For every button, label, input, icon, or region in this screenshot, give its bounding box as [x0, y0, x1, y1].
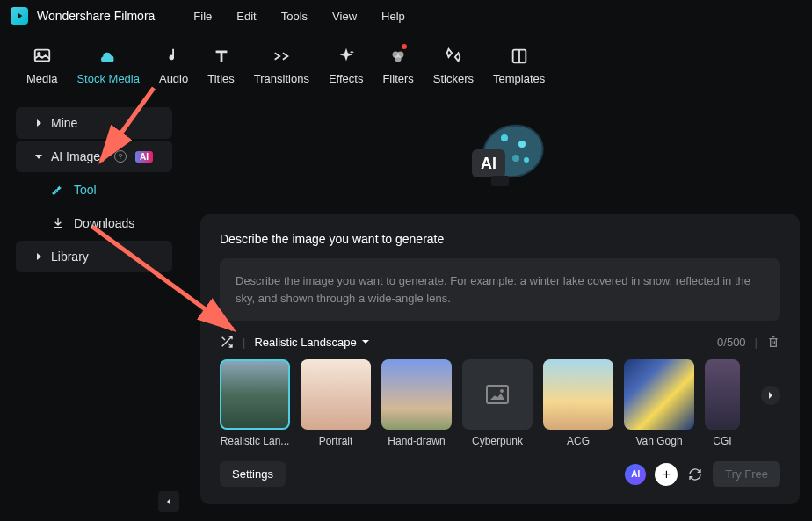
nav-label: Titles [207, 72, 235, 85]
wrench-icon [51, 183, 65, 197]
add-button[interactable]: + [655, 463, 678, 486]
settings-button[interactable]: Settings [220, 461, 286, 487]
style-dropdown[interactable]: Realistic Landscape [254, 336, 369, 349]
nav-label: Transitions [254, 72, 309, 85]
prompt-input[interactable]: Describe the image you want to generate.… [220, 258, 780, 321]
nav-titles[interactable]: Titles [207, 46, 235, 85]
caret-right-icon [35, 253, 42, 260]
panel-title: Describe the image you want to generate [220, 232, 780, 246]
media-icon [32, 46, 53, 67]
refresh-button[interactable] [686, 466, 704, 483]
style-dropdown-label: Realistic Landscape [254, 336, 356, 349]
nav-label: Media [26, 72, 57, 85]
nav-stickers[interactable]: Stickers [433, 46, 474, 85]
char-count: 0/500 [717, 336, 746, 349]
style-card-hand-drawn[interactable]: Hand-drawn [381, 359, 452, 447]
prompt-placeholder: Describe the image you want to generate.… [236, 272, 765, 307]
menu-file[interactable]: File [181, 10, 224, 23]
effects-icon [336, 46, 357, 67]
caret-down-icon [35, 153, 42, 160]
collapse-sidebar-button[interactable] [158, 491, 179, 512]
style-thumb [381, 359, 452, 430]
sidebar-item-mine[interactable]: Mine [16, 107, 172, 139]
style-cards: Realistic Lan... Portrait Hand-drawn Cyb… [220, 359, 780, 447]
nav-tabs: Media Stock Media Audio Titles Transitio… [0, 32, 812, 98]
templates-icon [509, 46, 530, 67]
svg-rect-16 [491, 176, 509, 186]
style-card-cgi[interactable]: CGI [705, 359, 740, 447]
style-card-acg[interactable]: ACG [543, 359, 613, 447]
style-thumb [462, 359, 533, 430]
nav-label: Stickers [433, 72, 474, 85]
style-card-label: Cyberpunk [472, 435, 523, 447]
svg-rect-0 [34, 49, 49, 61]
style-thumb [624, 359, 694, 430]
nav-label: Templates [493, 72, 545, 85]
svg-point-10 [518, 141, 526, 148]
notification-dot [402, 44, 407, 49]
style-card-label: ACG [567, 435, 590, 447]
style-card-realistic-landscape[interactable]: Realistic Lan... [220, 359, 290, 447]
nav-effects[interactable]: Effects [329, 46, 364, 85]
style-card-label: Portrait [319, 435, 353, 447]
stickers-icon [443, 46, 464, 67]
nav-filters[interactable]: Filters [382, 46, 413, 85]
style-card-label: Realistic Lan... [221, 435, 290, 447]
divider: | [755, 336, 758, 349]
try-free-button[interactable]: Try Free [713, 461, 780, 487]
sidebar-label: Downloads [74, 216, 153, 230]
style-thumb [220, 359, 290, 430]
svg-point-9 [501, 134, 508, 141]
sidebar-label: AI Image [51, 149, 105, 163]
svg-text:AI: AI [481, 155, 497, 172]
style-card-cyberpunk[interactable]: Cyberpunk [462, 359, 533, 447]
nav-transitions[interactable]: Transitions [254, 46, 309, 85]
nav-stock-media[interactable]: Stock Media [76, 46, 140, 85]
style-card-label: CGI [713, 435, 731, 447]
app-logo [11, 7, 28, 25]
nav-media[interactable]: Media [26, 46, 57, 85]
style-card-label: Van Gogh [635, 435, 682, 447]
menu-tools[interactable]: Tools [269, 10, 320, 23]
help-icon[interactable]: ? [114, 150, 127, 163]
panel-footer: Settings AI + Try Free [220, 461, 780, 487]
transitions-icon [271, 46, 292, 67]
svg-point-13 [524, 157, 529, 163]
cards-next-button[interactable] [761, 386, 780, 405]
cloud-icon [98, 46, 119, 67]
style-thumb [705, 359, 740, 430]
menu-help[interactable]: Help [369, 10, 417, 23]
ai-round-icon: AI [625, 464, 646, 485]
audio-icon [163, 46, 185, 67]
sidebar-item-tool[interactable]: Tool [16, 174, 172, 206]
titles-icon [211, 46, 232, 67]
download-icon [51, 216, 65, 230]
titlebar: Wondershare Filmora File Edit Tools View… [0, 0, 812, 32]
content: AI Describe the image you want to genera… [188, 98, 812, 521]
menu-edit[interactable]: Edit [224, 10, 268, 23]
divider: | [243, 336, 245, 349]
nav-templates[interactable]: Templates [493, 46, 545, 85]
nav-audio[interactable]: Audio [159, 46, 188, 85]
sidebar-label: Library [51, 250, 153, 264]
svg-point-4 [395, 55, 401, 62]
chevron-down-icon [361, 337, 370, 346]
sidebar-item-library[interactable]: Library [16, 241, 172, 272]
nav-label: Stock Media [76, 72, 140, 85]
shuffle-icon[interactable] [220, 335, 234, 349]
delete-icon[interactable] [766, 335, 780, 349]
style-card-label: Hand-drawn [388, 435, 445, 447]
nav-label: Effects [329, 72, 364, 85]
style-thumb [301, 359, 371, 430]
sidebar-item-ai-image[interactable]: AI Image ? AI [16, 141, 172, 172]
style-card-portrait[interactable]: Portrait [301, 359, 371, 447]
sidebar-label: Mine [51, 116, 153, 130]
sidebar-item-downloads[interactable]: Downloads [16, 207, 172, 239]
ai-badge: AI [135, 151, 153, 163]
style-card-van-gogh[interactable]: Van Gogh [624, 359, 694, 447]
sidebar: Mine AI Image ? AI Tool Downloads Librar… [0, 98, 188, 521]
nav-label: Audio [159, 72, 188, 85]
menu-view[interactable]: View [320, 10, 369, 23]
style-row: | Realistic Landscape 0/500 | [220, 335, 780, 349]
nav-label: Filters [382, 72, 413, 85]
